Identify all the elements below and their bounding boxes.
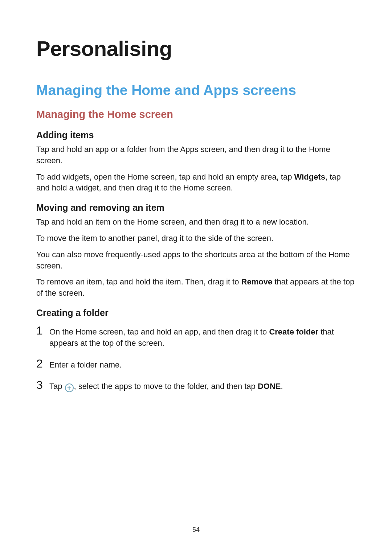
step-number: 2 bbox=[36, 358, 49, 369]
bold-text: DONE bbox=[258, 382, 281, 391]
step-number: 1 bbox=[36, 325, 49, 336]
text: On the Home screen, tap and hold an app,… bbox=[49, 327, 269, 336]
paragraph: To add widgets, open the Home screen, ta… bbox=[36, 172, 356, 194]
paragraph: Tap and hold an item on the Home screen,… bbox=[36, 217, 356, 228]
section-title: Managing the Home and Apps screens bbox=[36, 82, 356, 98]
text: To remove an item, tap and hold the item… bbox=[36, 277, 241, 286]
step-item: 1 On the Home screen, tap and hold an ap… bbox=[36, 325, 356, 349]
step-item: 2 Enter a folder name. bbox=[36, 358, 356, 371]
text: Tap bbox=[49, 382, 65, 391]
paragraph: To remove an item, tap and hold the item… bbox=[36, 276, 356, 299]
page: Personalising Managing the Home and Apps… bbox=[0, 0, 392, 554]
step-number: 3 bbox=[36, 379, 49, 391]
paragraph: Tap and hold an app or a folder from the… bbox=[36, 144, 356, 167]
bold-text: Widgets bbox=[294, 172, 325, 181]
text: . bbox=[281, 382, 283, 391]
step-body: Tap +, select the apps to move to the fo… bbox=[49, 379, 283, 392]
subsection-title: Managing the Home screen bbox=[36, 108, 356, 120]
plus-circle-icon: + bbox=[65, 383, 74, 392]
paragraph: To move the item to another panel, drag … bbox=[36, 233, 356, 244]
bold-text: Create folder bbox=[269, 327, 318, 336]
text: , select the apps to move to the folder,… bbox=[74, 382, 258, 391]
bold-text: Remove bbox=[241, 277, 273, 286]
step-body: On the Home screen, tap and hold an app,… bbox=[49, 325, 356, 349]
paragraph: You can also move frequently-used apps t… bbox=[36, 249, 356, 272]
heading-creating-folder: Creating a folder bbox=[36, 308, 356, 318]
heading-adding-items: Adding items bbox=[36, 130, 356, 140]
step-body: Enter a folder name. bbox=[49, 358, 122, 371]
page-title: Personalising bbox=[36, 36, 356, 61]
page-number: 54 bbox=[0, 526, 392, 534]
step-item: 3 Tap +, select the apps to move to the … bbox=[36, 379, 356, 392]
steps-list: 1 On the Home screen, tap and hold an ap… bbox=[36, 325, 356, 392]
heading-moving-removing: Moving and removing an item bbox=[36, 202, 356, 213]
text: To add widgets, open the Home screen, ta… bbox=[36, 172, 294, 181]
